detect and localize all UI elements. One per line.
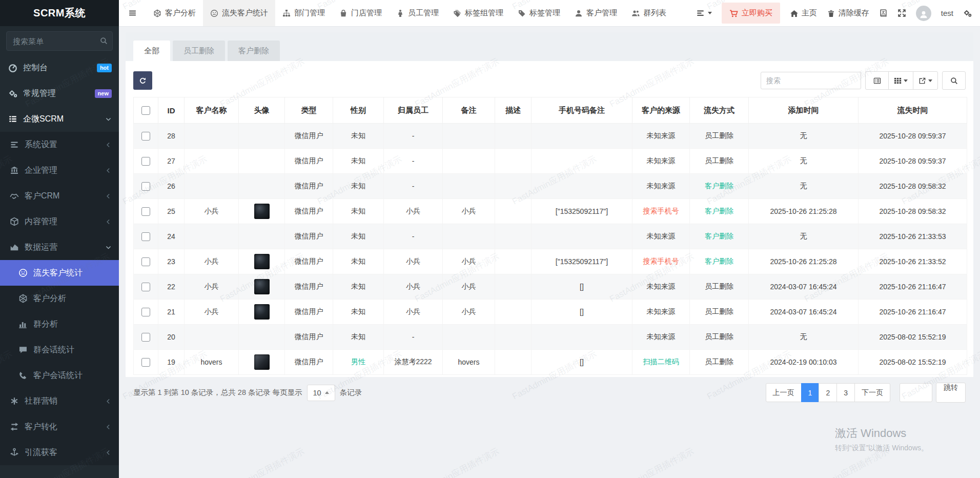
row-checkbox-cell[interactable] bbox=[134, 350, 158, 375]
nav-tab-部门管理[interactable]: 部门管理 bbox=[275, 0, 332, 26]
username[interactable]: test bbox=[941, 9, 953, 17]
sidebar-item-客户分析[interactable]: 客户分析 bbox=[0, 286, 119, 311]
row-checkbox[interactable] bbox=[141, 182, 150, 191]
avatar-image[interactable] bbox=[254, 254, 270, 269]
sidebar-item-流失客户统计[interactable]: 流失客户统计 bbox=[0, 260, 119, 286]
sidebar-item-常规管理[interactable]: 常规管理new bbox=[0, 81, 119, 106]
row-checkbox-cell[interactable] bbox=[134, 224, 158, 249]
columns-button[interactable] bbox=[888, 71, 913, 90]
language-icon[interactable] bbox=[879, 9, 888, 17]
export-button[interactable] bbox=[913, 71, 938, 90]
page-button-1[interactable]: 1 bbox=[801, 383, 820, 402]
cell-value[interactable]: 客户删除 bbox=[705, 182, 733, 190]
row-checkbox-cell[interactable] bbox=[134, 300, 158, 325]
column-header-描述[interactable]: 描述 bbox=[495, 97, 532, 124]
sidebar-item-系统设置[interactable]: 系统设置 bbox=[0, 132, 119, 157]
row-checkbox[interactable] bbox=[141, 333, 150, 342]
content-tab-客户删除[interactable]: 客户删除 bbox=[228, 41, 280, 61]
column-header-手机号码备注[interactable]: 手机号码备注 bbox=[532, 97, 632, 124]
column-header-客户的来源[interactable]: 客户的来源 bbox=[632, 97, 690, 124]
column-header-ID[interactable]: ID bbox=[158, 97, 185, 124]
content-tab-员工删除[interactable]: 员工删除 bbox=[173, 41, 225, 61]
column-header-客户名称[interactable]: 客户名称 bbox=[185, 97, 239, 124]
refresh-button[interactable] bbox=[133, 71, 152, 90]
nav-tab-员工管理[interactable]: 员工管理 bbox=[389, 0, 446, 26]
row-checkbox[interactable] bbox=[141, 132, 150, 141]
cell-value[interactable]: 客户删除 bbox=[705, 207, 733, 215]
cell-value[interactable]: 搜索手机号 bbox=[643, 207, 679, 215]
column-header-流失方式[interactable]: 流失方式 bbox=[690, 97, 749, 124]
avatar-image[interactable] bbox=[254, 304, 270, 320]
cell-value[interactable]: 客户删除 bbox=[705, 232, 733, 240]
sidebar-item-企业管理[interactable]: 企业管理 bbox=[0, 157, 119, 183]
sidebar-item-客户会话统计[interactable]: 客户会话统计 bbox=[0, 363, 119, 388]
sidebar-item-数据运营[interactable]: 数据运营 bbox=[0, 234, 119, 260]
content-tab-全部[interactable]: 全部 bbox=[133, 41, 170, 61]
sidebar-item-客户CRM[interactable]: 客户CRM bbox=[0, 183, 119, 209]
page-button-3[interactable]: 3 bbox=[836, 383, 855, 402]
sidebar-item-群会话统计[interactable]: 群会话统计 bbox=[0, 337, 119, 363]
fullscreen-icon[interactable] bbox=[897, 9, 906, 17]
column-header-头像[interactable]: 头像 bbox=[239, 97, 285, 124]
row-checkbox[interactable] bbox=[141, 157, 150, 166]
select-all-checkbox-cell[interactable] bbox=[134, 97, 158, 124]
column-header-添加时间[interactable]: 添加时间 bbox=[749, 97, 859, 124]
row-checkbox[interactable] bbox=[141, 358, 150, 367]
sidebar-item-群分析[interactable]: 群分析 bbox=[0, 311, 119, 337]
avatar[interactable] bbox=[916, 6, 931, 21]
jump-button[interactable]: 跳转 bbox=[936, 383, 966, 403]
nav-list-dropdown[interactable] bbox=[696, 9, 712, 17]
sidebar-item-客户转化[interactable]: 客户转化 bbox=[0, 414, 119, 440]
nav-tab-标签管理[interactable]: 标签管理 bbox=[511, 0, 567, 26]
column-header-性别[interactable]: 性别 bbox=[333, 97, 384, 124]
nav-tab-门店管理[interactable]: 门店管理 bbox=[332, 0, 389, 26]
cell-value[interactable]: 男性 bbox=[351, 357, 365, 366]
row-checkbox-cell[interactable] bbox=[134, 149, 158, 174]
cell-value[interactable]: 扫描二维码 bbox=[643, 357, 679, 366]
cell-value[interactable]: 搜索手机号 bbox=[643, 257, 679, 265]
nav-tab-客户管理[interactable]: 客户管理 bbox=[567, 0, 624, 26]
row-checkbox-cell[interactable] bbox=[134, 325, 158, 350]
row-checkbox[interactable] bbox=[141, 207, 150, 216]
avatar-image[interactable] bbox=[254, 204, 270, 219]
column-header-备注[interactable]: 备注 bbox=[443, 97, 495, 124]
column-header-归属员工[interactable]: 归属员工 bbox=[384, 97, 443, 124]
nav-tab-群列表[interactable]: 群列表 bbox=[624, 0, 673, 26]
search-button[interactable] bbox=[942, 71, 966, 90]
sidebar-search-input[interactable] bbox=[6, 31, 113, 51]
page-size-select[interactable]: 10 bbox=[307, 385, 335, 401]
row-checkbox[interactable] bbox=[141, 283, 150, 291]
column-header-类型[interactable]: 类型 bbox=[285, 97, 333, 124]
column-header-流失时间[interactable]: 流失时间 bbox=[859, 97, 967, 124]
row-checkbox[interactable] bbox=[141, 232, 150, 241]
row-checkbox-cell[interactable] bbox=[134, 249, 158, 274]
sidebar-item-企微SCRM[interactable]: 企微SCRM bbox=[0, 106, 119, 132]
row-checkbox[interactable] bbox=[141, 308, 150, 316]
sidebar-item-引流获客[interactable]: 引流获客 bbox=[0, 440, 119, 465]
page-button-2[interactable]: 2 bbox=[819, 383, 837, 402]
row-checkbox-cell[interactable] bbox=[134, 199, 158, 224]
jump-page-input[interactable] bbox=[900, 383, 932, 402]
row-checkbox-cell[interactable] bbox=[134, 274, 158, 300]
clear-cache-link[interactable]: 清除缓存 bbox=[827, 8, 869, 18]
buy-now-button[interactable]: 立即购买 bbox=[722, 3, 780, 24]
table-search-input[interactable] bbox=[761, 72, 861, 89]
avatar-image[interactable] bbox=[254, 279, 270, 294]
sidebar-item-控制台[interactable]: 控制台hot bbox=[0, 55, 119, 81]
row-checkbox-cell[interactable] bbox=[134, 124, 158, 149]
row-checkbox[interactable] bbox=[141, 257, 150, 266]
sidebar-item-社群营销[interactable]: 社群营销 bbox=[0, 388, 119, 414]
prev-page-button[interactable]: 上一页 bbox=[766, 383, 802, 402]
nav-tab-流失客户统计[interactable]: 流失客户统计 bbox=[203, 0, 275, 26]
select-all-checkbox[interactable] bbox=[141, 106, 150, 115]
cell-value[interactable]: 客户删除 bbox=[705, 257, 733, 265]
row-checkbox-cell[interactable] bbox=[134, 174, 158, 199]
avatar-image[interactable] bbox=[254, 354, 270, 370]
menu-toggle-icon[interactable] bbox=[119, 0, 146, 26]
detail-view-button[interactable] bbox=[865, 71, 889, 90]
nav-tab-客户分析[interactable]: 客户分析 bbox=[146, 0, 203, 26]
next-page-button[interactable]: 下一页 bbox=[854, 383, 890, 402]
settings-gear-icon[interactable] bbox=[963, 9, 972, 17]
nav-tab-标签组管理[interactable]: 标签组管理 bbox=[446, 0, 511, 26]
sidebar-item-内容管理[interactable]: 内容管理 bbox=[0, 209, 119, 234]
